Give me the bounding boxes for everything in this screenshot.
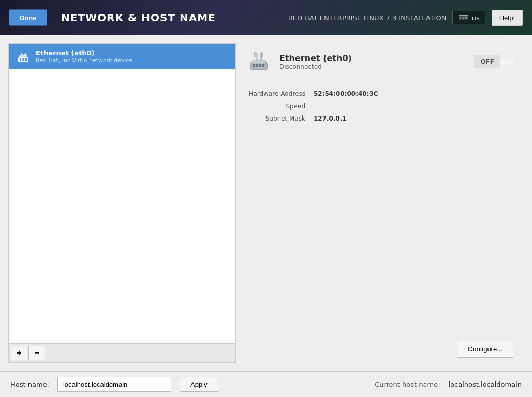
hostname-input[interactable] xyxy=(57,377,171,392)
svg-rect-12 xyxy=(256,64,258,67)
subnet-mask-value: 127.0.0.1 xyxy=(314,112,513,125)
svg-rect-6 xyxy=(24,54,25,56)
device-header: Ethernet (eth0) Disconnected OFF xyxy=(246,43,513,80)
device-detail-panel: Ethernet (eth0) Disconnected OFF Hardwar… xyxy=(236,43,524,363)
speed-value xyxy=(314,100,513,112)
detail-device-name: Ethernet (eth0) xyxy=(279,53,466,63)
svg-rect-11 xyxy=(253,64,255,67)
svg-rect-2 xyxy=(20,58,21,61)
toggle-on-button[interactable] xyxy=(500,59,513,64)
device-eth0-name: Ethernet (eth0) xyxy=(36,49,132,57)
install-title: RED HAT ENTERPRISE LINUX 7.3 INSTALLATIO… xyxy=(288,14,447,22)
speed-label: Speed xyxy=(246,100,314,112)
device-eth0-subtitle: Red Hat, Inc Virtio network device xyxy=(36,57,132,64)
ethernet-large-icon xyxy=(246,49,272,75)
svg-rect-18 xyxy=(262,52,263,57)
detail-device-status: Disconnected xyxy=(279,63,466,70)
done-button[interactable]: Done xyxy=(9,10,47,26)
svg-rect-4 xyxy=(25,58,27,61)
page-title: NETWORK & HOST NAME xyxy=(61,11,216,24)
svg-rect-15 xyxy=(256,54,257,61)
keyboard-selector[interactable]: ⌨ us xyxy=(452,11,485,24)
svg-rect-14 xyxy=(262,64,264,67)
configure-section: Configure... xyxy=(246,341,513,363)
keyboard-icon: ⌨ xyxy=(458,13,468,22)
hardware-address-value: 52:54:00:00:40:3C xyxy=(314,87,513,100)
remove-device-button[interactable]: − xyxy=(28,346,45,360)
hardware-address-label: Hardware Address xyxy=(246,87,314,100)
subnet-mask-row: Subnet Mask 127.0.0.1 xyxy=(246,112,513,125)
header: Done NETWORK & HOST NAME RED HAT ENTERPR… xyxy=(0,0,532,35)
subnet-mask-label: Subnet Mask xyxy=(246,112,314,125)
device-info-table: Hardware Address 52:54:00:00:40:3C Speed… xyxy=(246,87,513,125)
ethernet-small-icon xyxy=(16,49,31,64)
device-toggle[interactable]: OFF xyxy=(474,55,513,68)
svg-rect-5 xyxy=(22,54,23,56)
svg-rect-16 xyxy=(260,54,262,61)
device-list: Ethernet (eth0) Red Hat, Inc Virtio netw… xyxy=(9,44,235,343)
keyboard-lang: us xyxy=(472,14,480,22)
svg-rect-8 xyxy=(25,53,26,55)
bottom-bar: Host name: Apply Current host name: loca… xyxy=(0,371,532,397)
apply-button[interactable]: Apply xyxy=(180,377,218,392)
configure-button[interactable]: Configure... xyxy=(457,341,513,358)
svg-rect-13 xyxy=(259,64,261,67)
current-hostname-label: Current host name: xyxy=(375,380,440,388)
device-toolbar: + − xyxy=(9,343,235,362)
svg-rect-3 xyxy=(23,58,24,61)
svg-rect-7 xyxy=(21,53,22,55)
main-content: Ethernet (eth0) Red Hat, Inc Virtio netw… xyxy=(0,35,532,371)
hostname-label: Host name: xyxy=(10,380,49,388)
speed-row: Speed xyxy=(246,100,513,112)
help-button[interactable]: Help! xyxy=(492,10,523,26)
hardware-address-row: Hardware Address 52:54:00:00:40:3C xyxy=(246,87,513,100)
toggle-off-state: OFF xyxy=(474,55,500,68)
device-list-panel: Ethernet (eth0) Red Hat, Inc Virtio netw… xyxy=(8,43,236,363)
svg-rect-1 xyxy=(19,55,27,58)
svg-rect-17 xyxy=(254,52,256,57)
add-device-button[interactable]: + xyxy=(11,346,27,360)
device-item-eth0[interactable]: Ethernet (eth0) Red Hat, Inc Virtio netw… xyxy=(9,44,235,69)
current-hostname-value: localhost.localdomain xyxy=(449,380,522,388)
